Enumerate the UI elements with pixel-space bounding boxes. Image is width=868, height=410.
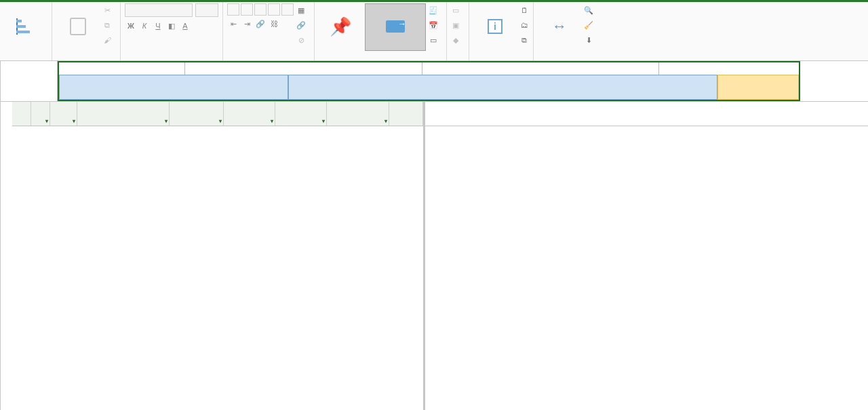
details-icon: 🗂 [519, 20, 529, 30]
underline-button[interactable]: Ч [152, 20, 164, 32]
timeline-bar[interactable] [288, 75, 717, 100]
details-button[interactable]: 🗂 [519, 18, 529, 32]
group-label-view [4, 51, 47, 60]
respect-links-button[interactable]: 🔗 [296, 18, 310, 32]
clear-icon: 🧹 [584, 20, 593, 30]
insert-summary-button[interactable]: ▣ [451, 18, 465, 32]
main-area: ▾ ▾ ▾ ▾ ▾ ▾ ▾ [0, 102, 868, 410]
move-button[interactable]: 📅 [429, 18, 442, 32]
inspect-button[interactable]: 🧾 [429, 3, 442, 17]
timeline-bar[interactable] [717, 75, 799, 100]
summary-icon: ▣ [451, 20, 460, 30]
pct-75[interactable] [268, 3, 280, 16]
ribbon-group-font: Ж К Ч ◧ A [121, 2, 223, 60]
group-label-clipboard [56, 51, 116, 60]
pct-50[interactable] [254, 3, 267, 16]
grid-header: ▾ ▾ ▾ ▾ ▾ ▾ ▾ [12, 102, 423, 126]
col-finish[interactable]: ▾ [275, 102, 327, 126]
ribbon: ✂ ⧉ 🖌 Ж К Ч ◧ A [0, 0, 868, 61]
timeline-vlabel [0, 61, 3, 101]
col-mode[interactable]: ▾ [50, 102, 77, 126]
auto-schedule-button[interactable] [365, 3, 426, 51]
timeline [0, 61, 868, 102]
gantt-side-label [0, 102, 12, 410]
font-family-combo[interactable] [125, 3, 193, 17]
scroll-to-task-button[interactable]: ↔ [538, 3, 581, 51]
move-icon: 📅 [429, 20, 438, 30]
ribbon-group-schedule: ⇤ ⇥ 🔗 ⛓ ▦ 🔗 ⊘ [223, 2, 315, 60]
inactivate-button[interactable]: ⊘ [296, 33, 310, 47]
copy-icon: ⧉ [102, 20, 112, 30]
bold-button[interactable]: Ж [125, 20, 137, 32]
col-name[interactable]: ▾ [77, 102, 170, 126]
insert-milestone-button[interactable]: ◆ [451, 33, 465, 47]
col-resources[interactable] [389, 102, 423, 126]
mark-on-track-button[interactable]: ▦ [296, 3, 310, 17]
col-predecessors[interactable]: ▾ [327, 102, 389, 126]
pct-0[interactable] [227, 3, 239, 16]
col-duration[interactable]: ▾ [170, 102, 224, 126]
group-label-tasks [319, 51, 442, 60]
insert-task-button[interactable]: ▭ [451, 3, 465, 17]
col-start[interactable]: ▾ [224, 102, 275, 126]
fill-color-button[interactable]: ◧ [165, 20, 178, 32]
group-label-props [473, 51, 529, 60]
ribbon-group-view [0, 2, 52, 60]
font-style-buttons: Ж К Ч ◧ A [125, 20, 218, 32]
notes-icon: 🗒 [519, 5, 529, 15]
gantt-chart[interactable] [425, 102, 868, 410]
copy-button[interactable]: ⧉ [102, 18, 116, 32]
indent-button[interactable]: ⇥ [241, 18, 253, 30]
task-icon: ▭ [451, 5, 460, 15]
paste-button[interactable] [56, 3, 100, 51]
ribbon-group-edit: ↔ 🔍 🧹 ⬇ [534, 2, 597, 60]
outdent-button[interactable]: ⇤ [227, 18, 239, 30]
pct-100[interactable] [281, 3, 294, 16]
track-icon: ▦ [296, 5, 306, 15]
find-button[interactable]: 🔍 [584, 3, 593, 17]
milestone-icon: ◆ [451, 35, 460, 45]
percent-complete-buttons [227, 3, 294, 16]
tl-tick [422, 62, 424, 75]
information-button[interactable]: i [473, 3, 517, 51]
group-label-font [125, 50, 218, 60]
gantt-chart-button[interactable] [4, 3, 47, 51]
tl-tick [184, 62, 186, 75]
timeline-start [3, 61, 58, 101]
timeline-end [800, 61, 868, 101]
info-icon: i [488, 19, 502, 34]
ribbon-group-tasks: 📌 🧾 📅 ▭ [315, 2, 447, 60]
links-icon: 🔗 [296, 20, 306, 30]
font-size-combo[interactable] [195, 3, 218, 17]
auto-icon [386, 20, 405, 33]
col-rownum[interactable] [12, 102, 31, 126]
inspect-icon: 🧾 [429, 5, 438, 15]
group-label-schedule [227, 50, 310, 60]
scroll-icon: ↔ [552, 18, 567, 35]
mode-icon: ▭ [429, 35, 438, 45]
font-color-button[interactable]: A [179, 20, 191, 32]
timeline-bar[interactable] [59, 75, 288, 100]
timeline-main[interactable] [58, 61, 800, 101]
gantt-icon [16, 18, 35, 35]
clear-button[interactable]: 🧹 [584, 18, 593, 32]
unlink-button[interactable]: ⛓ [268, 18, 280, 30]
ribbon-group-insert: ▭ ▣ ◆ [447, 2, 469, 60]
col-info[interactable]: ▾ [31, 102, 50, 126]
find-icon: 🔍 [584, 5, 593, 15]
brush-icon: 🖌 [102, 35, 112, 45]
italic-button[interactable]: К [138, 20, 151, 32]
fill-button[interactable]: ⬇ [584, 33, 593, 47]
mode-button[interactable]: ▭ [429, 33, 442, 47]
manual-schedule-button[interactable]: 📌 [319, 3, 362, 51]
notes-button[interactable]: 🗒 [519, 3, 529, 17]
cut-button[interactable]: ✂ [102, 3, 116, 17]
format-painter-button[interactable]: 🖌 [102, 33, 116, 47]
timeline-add-button[interactable]: ⧉ [519, 33, 529, 47]
link-button[interactable]: 🔗 [254, 18, 267, 30]
add-timeline-icon: ⧉ [519, 35, 529, 45]
fill-icon: ⬇ [584, 35, 593, 45]
ribbon-group-clipboard: ✂ ⧉ 🖌 [52, 2, 121, 60]
group-label-insert [451, 50, 465, 60]
pct-25[interactable] [241, 3, 253, 16]
